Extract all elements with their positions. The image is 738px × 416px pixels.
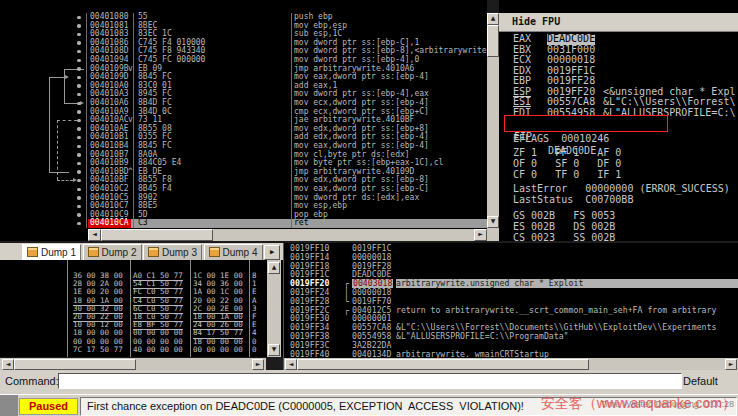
dump-tab[interactable]: Dump 1 bbox=[22, 244, 81, 261]
scroll-right-button[interactable]: ► bbox=[252, 359, 264, 370]
anquanke-watermark: 安全客（www.anquanke.com） bbox=[541, 395, 736, 413]
disassembly-pane[interactable]: 0040108055push ebp004010818BECmov ebp,es… bbox=[0, 0, 487, 241]
breakpoint-dot[interactable] bbox=[77, 67, 81, 71]
breakpoint-dot[interactable] bbox=[77, 188, 81, 192]
breakpoint-dot[interactable] bbox=[77, 76, 81, 80]
breakpoint-dot[interactable] bbox=[77, 41, 81, 45]
dump-row[interactable]: 7C 17 50 7740 00 00 0000 00 00 000 bbox=[0, 346, 266, 354]
stack-comment: arbitrarywrite.unsigned char * Exploit bbox=[396, 279, 738, 288]
status-bar: Paused First chance exception on DEADC0D… bbox=[0, 394, 738, 416]
breakpoint-dot[interactable] bbox=[77, 50, 81, 54]
segment-register-row[interactable]: GS 002B FS 0053 bbox=[513, 210, 615, 221]
stack-comment: arbitrarywrite._wmainCRTStartup bbox=[396, 350, 738, 358]
breakpoint-dot[interactable] bbox=[77, 145, 81, 149]
dump-tabs-bar: Dump 1Dump 2Dump 3Dump 4 ▶ bbox=[0, 243, 283, 261]
register-row[interactable]: ECX00000018 bbox=[499, 55, 738, 66]
dump-tab[interactable]: Dump 3 bbox=[143, 244, 202, 261]
breakpoint-dot[interactable] bbox=[77, 179, 81, 183]
dump-hscrollbar[interactable]: ◄ ► bbox=[0, 358, 266, 370]
disasm-row[interactable]: 004010818BECmov ebp,esp bbox=[0, 22, 487, 31]
eip-register-highlight[interactable]: EIP DEADC0DE bbox=[504, 115, 668, 132]
breakpoint-dot[interactable] bbox=[77, 59, 81, 63]
disasm-hscrollbar[interactable]: ◄ ► bbox=[88, 229, 487, 241]
hide-fpu-button[interactable]: Hide FPU bbox=[499, 13, 738, 32]
segment-register-row[interactable]: CS 0023 SS 002B bbox=[513, 232, 615, 241]
scrollbar-thumb[interactable] bbox=[14, 359, 136, 370]
breakpoint-dot[interactable] bbox=[77, 119, 81, 123]
disasm-row[interactable]: 0040108055push ebp bbox=[0, 13, 487, 22]
scroll-right-button[interactable]: ► bbox=[474, 229, 487, 241]
disasm-row[interactable]: 004010CAC3ret bbox=[0, 219, 487, 228]
breakpoint-dot[interactable] bbox=[77, 196, 81, 200]
disasm-row[interactable]: 004010C58902mov dword ptr ds:[edx],eax bbox=[0, 194, 487, 203]
command-label: Command: bbox=[5, 375, 59, 387]
stack-row[interactable]: 0019FF400040134Darbitrarywrite._wmainCRT… bbox=[284, 350, 738, 358]
more-tabs-button[interactable]: ▶ bbox=[264, 245, 280, 260]
breakpoint-dot[interactable] bbox=[77, 24, 81, 28]
debugger-window: 0040108055push ebp004010818BECmov ebp,es… bbox=[0, 0, 738, 416]
scrollbar-thumb[interactable] bbox=[101, 229, 213, 241]
breakpoint-dot[interactable] bbox=[77, 170, 81, 174]
flag-bits-row[interactable]: CF 0 TF 0 IF 1 bbox=[513, 169, 621, 180]
disasm-row[interactable]: 0040109D8B45 FCmov eax,dword ptr ss:[ebp… bbox=[0, 73, 487, 82]
segment-register-row[interactable]: ES 002B DS 002B bbox=[513, 221, 615, 232]
dump-pane[interactable]: 36 00 38 00A0 C1 50 771C 00 1E 00828 00 … bbox=[0, 260, 283, 357]
disasm-row[interactable]: 004010C78BE5mov esp,ebp bbox=[0, 202, 487, 211]
breakpoint-dot[interactable] bbox=[77, 110, 81, 114]
last-error[interactable]: LastError 00000000 (ERROR_SUCCESS) bbox=[513, 183, 730, 194]
stack-address: 0019FF40 bbox=[290, 350, 329, 358]
stack-pane[interactable]: 0019FF100019FF1C0019FF14000000180019FF18… bbox=[284, 243, 738, 358]
dump-tab[interactable]: Dump 4 bbox=[204, 244, 263, 261]
flag-bits-row[interactable]: OF 0 SF 0 DF 0 bbox=[513, 158, 621, 169]
command-profile-dropdown[interactable]: Default bbox=[683, 375, 718, 387]
scroll-down-button[interactable]: ▼ bbox=[487, 216, 499, 228]
scroll-left-button[interactable]: ◄ bbox=[88, 229, 101, 241]
breakpoint-dot[interactable] bbox=[77, 16, 81, 20]
register-row[interactable]: EBP0019FF28 bbox=[499, 76, 738, 87]
disasm-row[interactable]: 004010B48B45 FCmov eax,dword ptr ss:[ebp… bbox=[0, 142, 487, 151]
scroll-left-button[interactable]: ◄ bbox=[2, 359, 14, 370]
scroll-down-button[interactable]: ▼ bbox=[268, 344, 280, 356]
dump-tab-label: Dump 4 bbox=[223, 247, 258, 258]
stack-comment: return to arbitrarywrite.__scrt_common_m… bbox=[396, 306, 738, 315]
registers-pane[interactable]: Hide FPU EAXDEADC0DEEBX0031F000ECX000000… bbox=[499, 0, 738, 241]
disasm-address: 004010CA bbox=[88, 219, 131, 228]
breakpoint-dot[interactable] bbox=[77, 102, 81, 106]
register-row[interactable]: EAXDEADC0DE bbox=[499, 34, 738, 45]
scrollbar-thumb[interactable] bbox=[487, 25, 499, 57]
dump-tab-label: Dump 3 bbox=[162, 247, 197, 258]
dump-hex-group: 40 00 00 00 bbox=[133, 346, 183, 354]
memory-dump-icon bbox=[148, 247, 159, 257]
stack-value: 0040134D bbox=[352, 350, 391, 358]
breakpoint-dot[interactable] bbox=[77, 84, 81, 88]
scroll-left-button[interactable]: ◄ bbox=[285, 359, 297, 370]
last-status[interactable]: LastStatus C00700BB bbox=[513, 194, 633, 205]
register-row[interactable]: EDX0019FF1C bbox=[499, 66, 738, 77]
register-row[interactable]: ESI00557CA8&L"C:\\Users\\Forrest\ bbox=[499, 97, 738, 108]
breakpoint-dot[interactable] bbox=[77, 33, 81, 37]
flag-bits-row[interactable]: ZF 1 PF 1 AF 0 bbox=[513, 147, 621, 158]
scroll-right-button[interactable]: ► bbox=[725, 359, 737, 370]
dump-vscrollbar[interactable]: ▲ ▼ bbox=[267, 260, 281, 357]
breakpoint-dot[interactable] bbox=[77, 222, 81, 226]
command-input[interactable] bbox=[58, 373, 682, 389]
breakpoint-dot[interactable] bbox=[77, 136, 81, 140]
disasm-vscrollbar[interactable]: ▲ ▼ bbox=[487, 13, 499, 241]
breakpoint-dot[interactable] bbox=[77, 213, 81, 217]
disasm-row[interactable]: 004010C95Dpop ebp bbox=[0, 211, 487, 220]
command-bar: Command: Default bbox=[0, 370, 738, 394]
register-row[interactable]: EBX0031F000 bbox=[499, 45, 738, 56]
scroll-up-button[interactable]: ▲ bbox=[268, 262, 280, 274]
breakpoint-dot[interactable] bbox=[77, 162, 81, 166]
scroll-up-button[interactable]: ▲ bbox=[487, 13, 499, 25]
breakpoint-dot[interactable] bbox=[77, 127, 81, 131]
breakpoint-dot[interactable] bbox=[77, 153, 81, 157]
stack-hscrollbar[interactable]: ◄ ► bbox=[284, 358, 738, 370]
hide-fpu-label: Hide FPU bbox=[512, 16, 560, 27]
breakpoint-dot[interactable] bbox=[77, 93, 81, 97]
eflags-value[interactable]: EFLAGS 00010246 bbox=[513, 133, 609, 144]
dump-tab[interactable]: Dump 2 bbox=[83, 244, 142, 261]
scrollbar-thumb[interactable] bbox=[297, 359, 589, 370]
register-name: ESI bbox=[513, 97, 531, 108]
breakpoint-dot[interactable] bbox=[77, 205, 81, 209]
